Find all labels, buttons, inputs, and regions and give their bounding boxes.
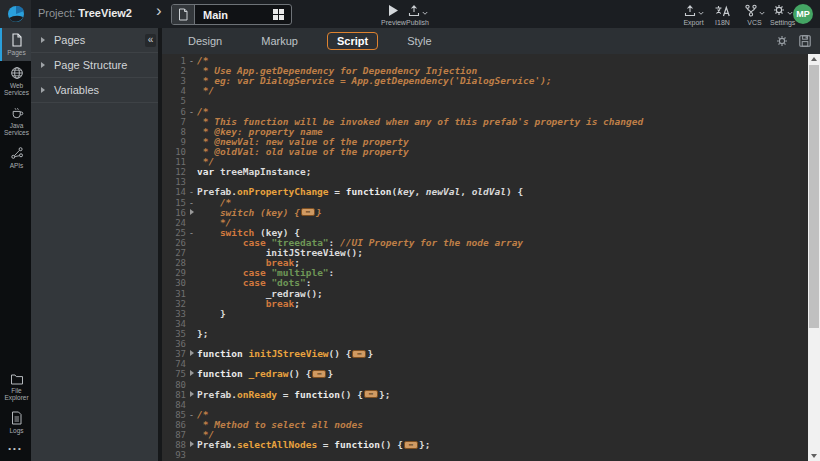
fold-gutter <box>186 450 197 460</box>
code-line[interactable]: 37function initJStreeView() {⋯} <box>162 349 808 359</box>
code-line[interactable]: 10 * @oldVal: old value of the property <box>162 147 808 157</box>
line-number: 33 <box>162 309 186 319</box>
panel-section-page-structure[interactable]: Page Structure <box>31 53 158 78</box>
fold-marker-icon[interactable] <box>186 440 197 450</box>
sidebar-item-java-services[interactable]: Java Services <box>0 101 31 141</box>
code-line[interactable]: 88Prefab.selectAllNodes = function() {⋯}… <box>162 440 808 450</box>
fold-gutter <box>186 268 197 278</box>
collapsed-code-badge-icon[interactable]: ⋯ <box>352 350 366 358</box>
code-line[interactable]: 34 <box>162 319 808 329</box>
sidebar-item-web-services[interactable]: Web Services <box>0 61 31 101</box>
fold-gutter <box>186 309 197 319</box>
collapsed-code-badge-icon[interactable]: ⋯ <box>312 370 326 378</box>
collapsed-code-badge-icon[interactable]: ⋯ <box>301 208 315 216</box>
code-line[interactable]: 86 * Method to select all nodes <box>162 420 808 430</box>
script-code-editor[interactable]: 1-/*2 * Use App.getDependency for Depend… <box>162 54 808 461</box>
settings-button[interactable]: Settings <box>770 3 795 26</box>
code-text <box>197 450 808 460</box>
page-grid-icon[interactable] <box>272 8 285 21</box>
fold-marker-icon[interactable] <box>186 349 197 359</box>
fold-marker-icon[interactable]: - <box>186 107 197 117</box>
code-line[interactable]: 35}; <box>162 329 808 339</box>
collapsed-code-badge-icon[interactable]: ⋯ <box>364 390 378 398</box>
sidebar-item-pages[interactable]: Pages <box>0 28 31 61</box>
panel-section-pages[interactable]: Pages <box>31 28 158 53</box>
export-label: Export <box>683 19 703 26</box>
code-line[interactable]: 5 <box>162 96 808 106</box>
panel-collapse-button[interactable]: « <box>145 34 156 47</box>
fold-marker-icon[interactable] <box>186 369 197 379</box>
code-line[interactable]: 16 switch (key) {⋯} <box>162 208 808 218</box>
i18n-translate-icon <box>714 3 731 17</box>
fold-marker-icon[interactable]: - <box>186 198 197 208</box>
line-number: 28 <box>162 258 186 268</box>
code-area[interactable]: 1-/*2 * Use App.getDependency for Depend… <box>162 56 808 460</box>
line-number: 2 <box>162 66 186 76</box>
scroll-up-arrow-icon[interactable] <box>808 54 820 64</box>
code-line[interactable]: 32 break; <box>162 299 808 309</box>
chevron-down-icon <box>422 11 428 16</box>
code-line[interactable]: 12var treeMapInstance; <box>162 167 808 177</box>
line-number: 93 <box>162 450 186 460</box>
vcs-label: VCS <box>747 19 761 26</box>
code-line[interactable]: 93 <box>162 450 808 460</box>
top-bar: Project: TreeView2 › Main Preview Publ <box>0 0 820 28</box>
tab-script[interactable]: Script <box>327 32 378 50</box>
line-number: 27 <box>162 248 186 258</box>
page-selector[interactable]: Main <box>171 4 292 25</box>
code-line[interactable]: 3 * eg: var DialogService = App.getDepen… <box>162 76 808 86</box>
fold-marker-icon[interactable]: - <box>186 187 197 197</box>
sidebar-item-file-explorer[interactable]: File Explorer <box>0 368 31 406</box>
fold-marker-icon[interactable]: - <box>186 410 197 420</box>
branch-icon <box>744 4 758 17</box>
fold-gutter <box>186 359 197 369</box>
more-options-icon[interactable]: ••• <box>0 438 31 461</box>
fold-gutter <box>186 218 197 228</box>
fold-gutter <box>186 258 197 268</box>
editor-scrollbar[interactable] <box>808 54 820 461</box>
fold-marker-icon[interactable]: - <box>186 228 197 238</box>
sidebar-item-apis[interactable]: APIs <box>0 141 31 174</box>
gear-icon <box>772 3 786 17</box>
fold-gutter <box>186 127 197 137</box>
fold-marker-icon[interactable] <box>186 208 197 218</box>
fold-marker-icon[interactable]: - <box>186 56 197 66</box>
line-number: 4 <box>162 86 186 96</box>
save-button[interactable] <box>798 34 812 48</box>
code-line[interactable]: 84 <box>162 400 808 410</box>
app-logo[interactable] <box>0 0 31 28</box>
floppy-disk-icon <box>798 34 812 48</box>
code-text: function _redraw() {⋯} <box>197 369 808 379</box>
user-avatar[interactable]: MP <box>793 4 813 24</box>
code-line[interactable]: 81Prefab.onReady = function() {⋯}; <box>162 390 808 400</box>
publish-button[interactable]: Publish <box>406 3 429 26</box>
code-line[interactable]: 75function _redraw() {⋯} <box>162 369 808 379</box>
collapsed-code-badge-icon[interactable]: ⋯ <box>404 441 418 449</box>
page-selector-value: Main <box>195 9 272 21</box>
fold-marker-icon[interactable] <box>186 390 197 400</box>
page-icon <box>172 5 195 24</box>
line-number: 16 <box>162 208 186 218</box>
tab-design[interactable]: Design <box>178 32 232 50</box>
line-number: 37 <box>162 349 186 359</box>
code-line[interactable]: 33 } <box>162 309 808 319</box>
line-number: 85 <box>162 410 186 420</box>
fold-gutter <box>186 400 197 410</box>
panel-section-variables[interactable]: Variables <box>31 78 158 103</box>
scrollbar-thumb[interactable] <box>809 65 819 328</box>
editor-settings-button[interactable] <box>775 34 789 48</box>
preview-button[interactable]: Preview <box>381 3 406 26</box>
rail-label: Web Services <box>2 82 32 97</box>
vcs-button[interactable]: VCS <box>744 3 765 26</box>
export-button[interactable]: Export <box>683 3 704 26</box>
sidebar-item-logs[interactable]: Logs <box>0 406 31 439</box>
i18n-button[interactable]: I18N <box>714 3 731 26</box>
code-line[interactable]: 14-Prefab.onPropertyChange = function(ke… <box>162 187 808 197</box>
line-number: 87 <box>162 430 186 440</box>
code-line[interactable]: 4 */ <box>162 86 808 96</box>
line-number: 11 <box>162 157 186 167</box>
panel-section-label: Variables <box>54 84 99 96</box>
tab-markup[interactable]: Markup <box>251 32 308 50</box>
scroll-down-arrow-icon[interactable] <box>808 451 820 461</box>
tab-style[interactable]: Style <box>397 32 441 50</box>
